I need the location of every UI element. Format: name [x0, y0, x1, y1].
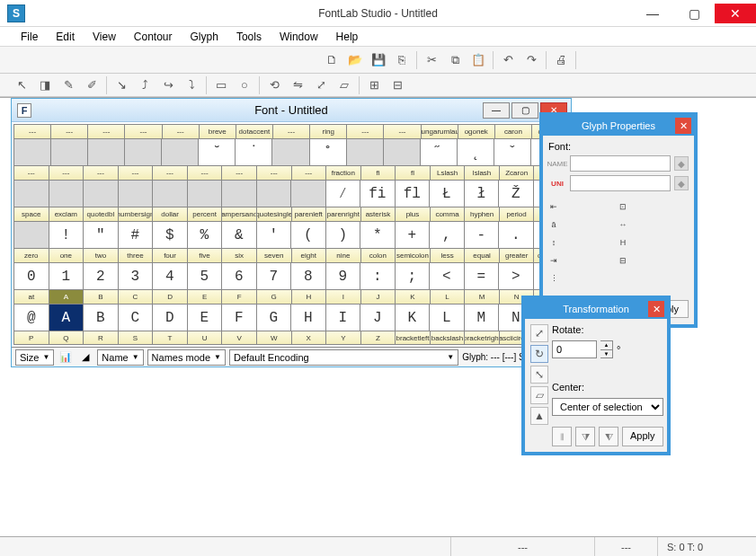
glyph-header[interactable]: caron	[495, 125, 532, 139]
glyph-cell[interactable]: ˘	[199, 139, 236, 166]
glyph-header[interactable]: ---	[273, 125, 310, 139]
glyph-cell[interactable]: I	[326, 304, 361, 331]
glyph-cell[interactable]: ˛	[458, 139, 494, 166]
rotate-tool-icon[interactable]: ⟲	[265, 76, 283, 94]
glyph-name-input[interactable]	[570, 155, 671, 172]
glyph-cell[interactable]	[14, 139, 51, 166]
glyph-cell[interactable]: ⁄	[326, 181, 361, 207]
glyph-cell[interactable]: 5	[188, 263, 223, 290]
glyph-header[interactable]: fi	[361, 166, 396, 181]
hmetrics-icon[interactable]: ⊞	[365, 76, 383, 94]
size-dropdown[interactable]: Size▼	[15, 349, 54, 366]
glyph-header[interactable]: S	[119, 331, 154, 345]
glyph-header[interactable]: A	[49, 290, 84, 304]
glyph-header[interactable]: equal	[465, 249, 500, 263]
glyph-header[interactable]: J	[361, 290, 396, 304]
menu-help[interactable]: Help	[328, 29, 367, 45]
glyph-cell[interactable]: ł	[465, 181, 500, 207]
glyph-header[interactable]: ---	[14, 125, 51, 139]
glyph-header[interactable]: ---	[88, 125, 125, 139]
save-all-icon[interactable]: ⎘	[393, 51, 411, 69]
menu-file[interactable]: File	[13, 29, 46, 45]
glyph-header[interactable]: ---	[51, 125, 88, 139]
glyph-cell[interactable]: 4	[153, 263, 188, 290]
glyph-cell[interactable]	[291, 181, 326, 207]
glyph-cell[interactable]: fi	[360, 181, 396, 207]
glyph-header[interactable]: L	[431, 290, 466, 304]
glyph-header[interactable]: Zcaron	[500, 166, 535, 181]
glyph-cell[interactable]: ;	[396, 263, 431, 290]
glyph-cell[interactable]	[88, 139, 125, 166]
glyph-header[interactable]: Lslash	[431, 166, 466, 181]
glyph-header[interactable]: comma	[431, 207, 466, 222]
eraser-tool-icon[interactable]: ◨	[36, 76, 54, 94]
glyph-header[interactable]: M	[465, 290, 500, 304]
glyph-cell[interactable]	[49, 181, 84, 207]
transformation-close[interactable]: ✕	[648, 301, 664, 317]
glyph-header[interactable]: plus	[396, 207, 431, 222]
glyph-cell[interactable]: L	[430, 304, 465, 331]
glyph-cell[interactable]: 3	[119, 263, 154, 290]
font-window-minimize[interactable]: —	[483, 102, 510, 119]
glyph-header[interactable]: breve	[200, 125, 236, 139]
glyph-header[interactable]: hungarumlaut	[422, 125, 458, 139]
glyph-header[interactable]: asterisk	[361, 207, 396, 222]
glyph-header[interactable]: parenleft	[292, 207, 327, 222]
chart-view-icon[interactable]: 📊	[58, 349, 74, 366]
glyph-header[interactable]: ---	[153, 166, 188, 181]
glyph-header[interactable]: X	[292, 331, 327, 345]
glyph-cell[interactable]	[84, 181, 119, 207]
glyph-cell[interactable]: 7	[257, 263, 292, 290]
vmetrics-icon[interactable]: ⊟	[388, 76, 406, 94]
glyph-grid[interactable]: ---------------brevedotaccent---ring----…	[13, 124, 569, 345]
glyph-cell[interactable]: +	[396, 222, 431, 249]
menu-glyph[interactable]: Glyph	[182, 29, 227, 45]
glyph-header[interactable]: G	[257, 290, 292, 304]
glyph-header[interactable]: ---	[163, 125, 200, 139]
glyph-header[interactable]: five	[188, 249, 223, 263]
name-nav-icon[interactable]	[674, 156, 689, 171]
slant-mode-icon[interactable]: ▱	[530, 386, 548, 404]
glyph-header[interactable]: F	[222, 290, 257, 304]
glyph-header[interactable]: lslash	[465, 166, 500, 181]
add-tangent-icon[interactable]: ⤴	[136, 76, 154, 94]
names-mode-dropdown[interactable]: Names mode▼	[147, 349, 226, 366]
glyph-cell[interactable]: >	[499, 263, 534, 290]
undo-icon[interactable]: ↶	[499, 51, 517, 69]
glyph-header[interactable]: zero	[14, 249, 49, 263]
glyph-cell[interactable]: J	[360, 304, 396, 331]
menu-contour[interactable]: Contour	[126, 29, 181, 45]
glyph-header[interactable]: bracketleft	[396, 331, 431, 345]
glyph-header[interactable]: fl	[396, 166, 431, 181]
flip-v-icon[interactable]: ⧩	[575, 427, 595, 446]
glyph-header[interactable]: Y	[326, 331, 361, 345]
glyph-header[interactable]: backslash	[431, 331, 466, 345]
list-view-icon[interactable]: ◢	[77, 349, 93, 366]
glyph-cell[interactable]: .	[499, 222, 534, 249]
glyph-unicode-input[interactable]	[570, 175, 671, 191]
glyph-cell[interactable]: %	[188, 222, 223, 249]
glyph-header[interactable]: Z	[361, 331, 396, 345]
glyph-cell[interactable]	[222, 181, 257, 207]
print-icon[interactable]: 🖨	[552, 51, 570, 69]
glyph-cell[interactable]: (	[291, 222, 326, 249]
glyph-header[interactable]: K	[396, 290, 431, 304]
glyph-cell[interactable]: 1	[49, 263, 84, 290]
glyph-header[interactable]: semicolon	[396, 249, 431, 263]
glyph-header[interactable]: V	[222, 331, 257, 345]
glyph-cell[interactable]	[14, 181, 49, 207]
rotate-spin-up[interactable]: ▲	[600, 341, 612, 350]
glyph-header[interactable]: ---	[292, 166, 327, 181]
glyph-cell[interactable]: F	[222, 304, 257, 331]
glyph-cell[interactable]	[257, 181, 292, 207]
glyph-header[interactable]: C	[119, 290, 154, 304]
glyph-cell[interactable]: !	[49, 222, 84, 249]
glyph-cell[interactable]	[384, 139, 421, 166]
glyph-cell[interactable]	[14, 222, 49, 249]
glyph-header[interactable]: at	[14, 290, 49, 304]
rotate-input[interactable]: 0	[552, 340, 597, 358]
glyph-header[interactable]: ---	[257, 166, 292, 181]
glyph-cell[interactable]	[125, 139, 162, 166]
flip-h-icon[interactable]: ⦀	[552, 427, 572, 446]
glyph-header[interactable]: space	[14, 207, 49, 222]
